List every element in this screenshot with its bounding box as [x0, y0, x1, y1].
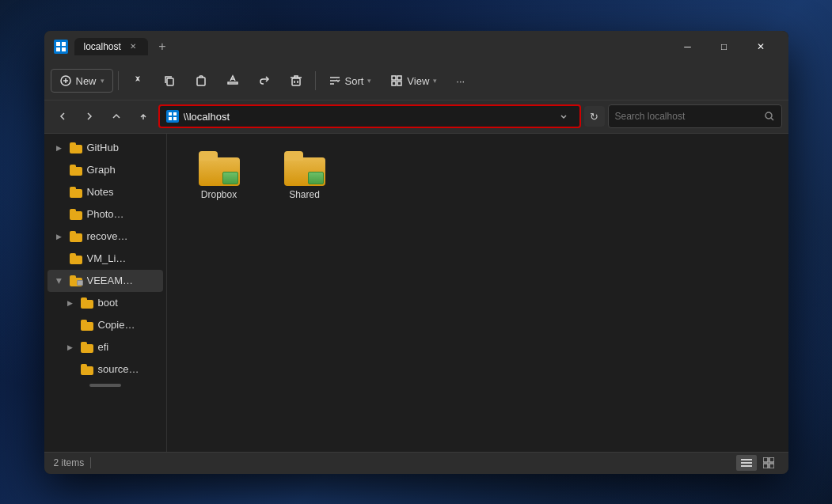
svg-rect-1	[62, 42, 66, 46]
folder-icon	[70, 165, 82, 176]
svg-rect-32	[769, 457, 774, 462]
sidebar-item-github[interactable]: ▶ GitHub	[47, 137, 163, 159]
window-icon	[54, 40, 68, 54]
folder-badge	[308, 172, 324, 184]
svg-rect-21	[397, 81, 401, 85]
up-button[interactable]	[131, 105, 155, 127]
toolbar-separator-2	[315, 71, 316, 90]
sidebar-item-label: Graph	[87, 164, 116, 176]
sort-button[interactable]: Sort ▾	[321, 70, 380, 92]
folder-large-icon	[284, 151, 325, 186]
window-controls: ─ □ ✕	[670, 34, 779, 59]
sidebar-item-label: recove…	[87, 230, 128, 242]
delete-button[interactable]	[282, 70, 310, 92]
sidebar-item-label: efi	[98, 341, 109, 353]
search-icon	[764, 111, 775, 122]
sidebar-item-label: Photo…	[87, 208, 124, 220]
more-button[interactable]: ···	[448, 70, 473, 92]
svg-rect-0	[56, 42, 60, 46]
close-btn[interactable]: ✕	[743, 34, 779, 59]
statusbar: 2 items	[44, 452, 788, 474]
cut-button[interactable]	[123, 70, 152, 92]
chevron-icon: ▶	[65, 297, 76, 309]
address-input[interactable]	[184, 111, 549, 123]
file-item-shared[interactable]: Shared	[265, 146, 344, 205]
rename-button[interactable]	[218, 70, 247, 92]
sidebar-item-label: GitHub	[87, 142, 119, 153]
copy-button[interactable]	[155, 70, 184, 92]
chevron-icon: ▶	[54, 142, 65, 153]
file-name: Shared	[289, 189, 320, 200]
svg-rect-20	[392, 81, 396, 85]
explorer-window: localhost ✕ + ─ □ ✕ New ▾	[44, 31, 788, 474]
new-chevron-icon: ▾	[101, 77, 104, 85]
search-input[interactable]	[615, 111, 759, 122]
new-tab-btn[interactable]: +	[151, 36, 173, 58]
svg-rect-11	[292, 78, 300, 85]
file-item-dropbox[interactable]: Dropbox	[180, 146, 259, 205]
sidebar-item-sources[interactable]: source…	[47, 358, 163, 381]
folder-icon	[70, 231, 82, 242]
folder-icon	[81, 297, 93, 309]
sidebar-item-recovery[interactable]: ▶ recove…	[47, 225, 163, 248]
sidebar-item-vmlinux[interactable]: VM_Li…	[47, 248, 163, 270]
tab-close-btn[interactable]: ✕	[127, 41, 139, 52]
svg-rect-31	[763, 457, 768, 462]
sidebar-item-photos[interactable]: Photo…	[47, 203, 163, 225]
back-button[interactable]	[51, 105, 74, 127]
sidebar-item-label: Notes	[87, 186, 114, 198]
sidebar-item-veeam[interactable]: ▶ VEEAM…	[47, 270, 163, 292]
file-area: Dropbox Shared	[167, 134, 788, 452]
svg-rect-23	[173, 112, 177, 116]
chevron-icon: ▶	[65, 342, 76, 353]
svg-rect-24	[169, 117, 172, 120]
address-dropdown-btn[interactable]	[554, 107, 573, 126]
forward-button[interactable]	[78, 105, 101, 127]
sidebar-item-label: VM_Li…	[87, 252, 127, 264]
share-button[interactable]	[250, 70, 279, 92]
maximize-btn[interactable]: □	[706, 34, 743, 59]
sidebar-item-boot[interactable]: ▶ boot	[47, 292, 163, 314]
sidebar-item-graph[interactable]: Graph	[47, 159, 163, 181]
address-icon	[166, 110, 179, 123]
address-bar[interactable]	[158, 104, 581, 128]
svg-rect-8	[197, 78, 205, 85]
paste-button[interactable]	[187, 70, 215, 92]
view-button[interactable]: View ▾	[382, 70, 445, 92]
view-chevron-icon: ▾	[433, 77, 437, 85]
sidebar-item-label: source…	[98, 363, 139, 375]
minimize-btn[interactable]: ─	[670, 34, 706, 59]
folder-icon	[70, 142, 82, 153]
sidebar-item-label: VEEAM…	[87, 275, 134, 286]
sidebar-item-copies[interactable]: Copie…	[47, 314, 163, 336]
list-view-btn[interactable]	[736, 455, 757, 471]
new-label: New	[76, 75, 97, 87]
sort-label: Sort	[345, 75, 364, 87]
folder-icon	[81, 320, 93, 331]
refresh-button[interactable]: ↻	[584, 106, 605, 127]
status-separator	[90, 457, 91, 468]
folder-icon	[70, 187, 82, 198]
item-count: 2 items	[54, 457, 85, 468]
sidebar: ▶ GitHub Graph Notes Photo…	[44, 134, 167, 452]
status-view-buttons	[736, 455, 779, 471]
svg-rect-18	[392, 76, 396, 80]
sidebar-item-label: Copie…	[98, 319, 135, 331]
sidebar-item-efi[interactable]: ▶ efi	[47, 336, 163, 358]
active-tab[interactable]: localhost ✕	[74, 38, 148, 55]
folder-icon	[70, 209, 82, 220]
titlebar: localhost ✕ + ─ □ ✕	[44, 31, 788, 63]
folder-badge	[222, 172, 238, 184]
more-label: ···	[456, 75, 465, 87]
svg-rect-33	[763, 464, 768, 468]
file-name: Dropbox	[201, 189, 237, 200]
up-chevron-button[interactable]	[104, 105, 128, 127]
svg-line-27	[771, 118, 773, 120]
scroll-indicator	[89, 384, 121, 387]
svg-point-26	[766, 112, 772, 119]
details-view-btn[interactable]	[758, 455, 779, 471]
sidebar-item-notes[interactable]: Notes	[47, 181, 163, 203]
svg-rect-22	[169, 112, 172, 116]
network-drive-icon	[70, 275, 82, 286]
new-button[interactable]: New ▾	[51, 69, 113, 93]
